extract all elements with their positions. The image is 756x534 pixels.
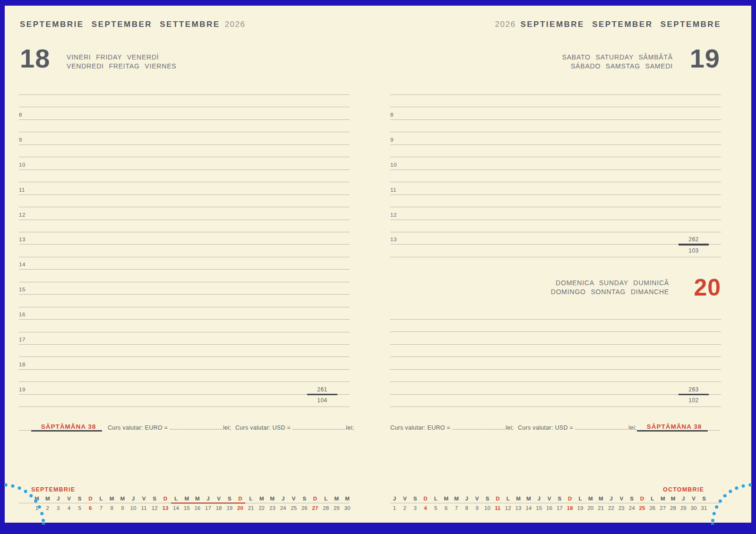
note-line (390, 257, 721, 257)
right-week-label: SĂPTĂMÂNA 38 (640, 423, 709, 430)
calendar-day: 4 (421, 505, 431, 511)
saturday-day-names: SABATO SATURDAY SÂMBĂTĂ SÁBADO SAMSTAG S… (562, 53, 673, 71)
calendar-weekday-letter: M (107, 496, 117, 501)
hour-label: 12 (390, 212, 397, 218)
calendar-weekday-letter: D (421, 496, 431, 501)
note-line (19, 257, 350, 257)
sunday-names-line1: DOMENICA SUNDAY DUMINICĂ (551, 279, 669, 288)
note-line (19, 282, 350, 282)
calendar-weekday-letter: V (400, 496, 410, 501)
calendar-weekday-letter: L (246, 496, 256, 501)
calendar-weekday-letter: M (585, 496, 596, 501)
calendar-weekday-letter: M (257, 496, 267, 501)
calendar-weekday-letter: J (203, 496, 214, 501)
calendar-day: 15 (534, 505, 544, 511)
calendar-day: 17 (554, 505, 565, 511)
note-line (390, 344, 721, 345)
note-line (390, 170, 721, 170)
hour-label: 19 (19, 387, 26, 392)
corner-dots-left-icon (4, 476, 57, 525)
calendar-weekday-letter: J (462, 496, 472, 501)
calendar-day: 7 (451, 505, 462, 511)
hour-label: 10 (19, 162, 26, 168)
day-of-year: 262 (679, 236, 709, 243)
calendar-weekday-letter: M (596, 496, 606, 501)
calendar-weekday-letter: S (627, 496, 637, 501)
right-week-rule (709, 430, 720, 431)
calendar-day: 14 (171, 505, 181, 511)
calendar-day: 26 (299, 505, 309, 511)
note-line (19, 144, 350, 145)
hour-label: 8 (19, 112, 22, 118)
calendar-day: 25 (637, 505, 647, 511)
note-line (19, 170, 350, 170)
marker-divider (679, 394, 709, 396)
calendar-day: 24 (627, 505, 637, 511)
calendar-weekday-letter: M (668, 496, 679, 501)
calendar-weekday-letter: J (278, 496, 288, 501)
calendar-day: 26 (647, 505, 658, 511)
calendar-weekday-letter: M (451, 496, 462, 501)
calendar-weekday-letter: V (544, 496, 555, 501)
note-line (390, 407, 721, 407)
calendar-weekday-letter: L (96, 496, 106, 501)
calendar-day: 13 (513, 505, 524, 511)
note-line (390, 381, 721, 382)
saturday-day-number: 19 (690, 45, 720, 72)
calendar-day: 17 (203, 505, 214, 511)
note-line (19, 232, 350, 232)
left-year: 2026 (225, 20, 246, 29)
calendar-weekday-letter: M (267, 496, 277, 501)
calendar-day: 13 (160, 505, 171, 511)
calendar-day: 11 (492, 505, 503, 511)
hour-label: 8 (390, 112, 394, 118)
calendar-weekday-letter: L (430, 496, 441, 501)
note-line (19, 369, 350, 370)
calendar-weekday-letter: J (128, 496, 138, 501)
calendar-weekday-letter: V (139, 496, 149, 501)
calendar-day: 20 (235, 505, 245, 511)
note-line (19, 244, 350, 245)
calendar-weekday-letter: M (331, 496, 342, 501)
note-line (19, 307, 350, 307)
calendar-weekday-letter: V (688, 496, 699, 501)
days-remaining: 103 (679, 247, 709, 254)
note-line (19, 332, 350, 332)
right-currency-euro: Curs valutar: EURO = ...................… (390, 424, 514, 431)
calendar-day: 27 (658, 505, 668, 511)
note-line (390, 220, 721, 220)
calendar-weekday-letter: J (606, 496, 617, 501)
calendar-weekday-letter: M (192, 496, 203, 501)
calendar-day: 8 (107, 505, 117, 511)
friday-day-names: VINERI FRIDAY VENERDÌ VENDREDI FREITAG V… (67, 53, 176, 71)
calendar-weekday-letter: L (647, 496, 658, 501)
note-line (390, 207, 721, 207)
calendar-day: 1 (389, 505, 400, 511)
calendar-weekday-letter: M (658, 496, 668, 501)
day-of-year: 261 (307, 386, 337, 393)
calendar-weekday-letter: M (117, 496, 128, 501)
left-month-names: SEPTEMBRIE SEPTEMBER SETTEMBRE (20, 20, 220, 29)
right-week-underline (637, 430, 708, 432)
calendar-day: 16 (544, 505, 555, 511)
note-line (390, 119, 721, 120)
hour-label: 15 (19, 287, 26, 292)
calendar-day: 21 (246, 505, 256, 511)
calendar-day: 30 (342, 505, 352, 511)
note-line (390, 94, 721, 95)
calendar-day: 18 (565, 505, 575, 511)
calendar-weekday-letter: S (554, 496, 565, 501)
calendar-weekday-letter: D (565, 496, 575, 501)
hour-label: 18 (19, 362, 26, 367)
left-month-header: SEPTEMBRIE SEPTEMBER SETTEMBRE2026 (20, 20, 245, 29)
note-line (19, 407, 350, 407)
calendar-weekday-letter: L (171, 496, 181, 501)
note-line (390, 107, 721, 107)
calendar-day: 19 (575, 505, 585, 511)
calendar-weekday-letter: S (149, 496, 160, 501)
calendar-day: 3 (410, 505, 421, 511)
calendar-weekday-letter: L (575, 496, 585, 501)
saturday-names-line2: SÁBADO SAMSTAG SAMEDI (562, 62, 673, 71)
calendar-weekday-letter: S (224, 496, 235, 501)
calendar-day: 23 (616, 505, 627, 511)
